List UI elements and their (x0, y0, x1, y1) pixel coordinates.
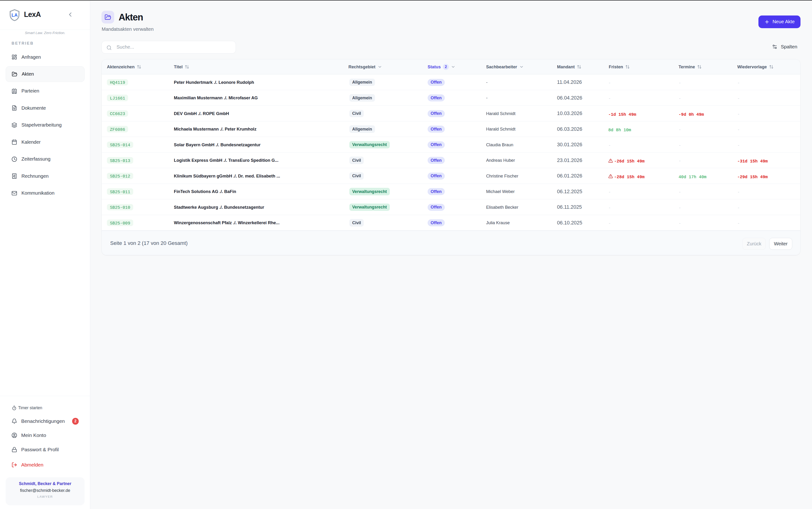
svg-text:LA: LA (11, 12, 18, 18)
